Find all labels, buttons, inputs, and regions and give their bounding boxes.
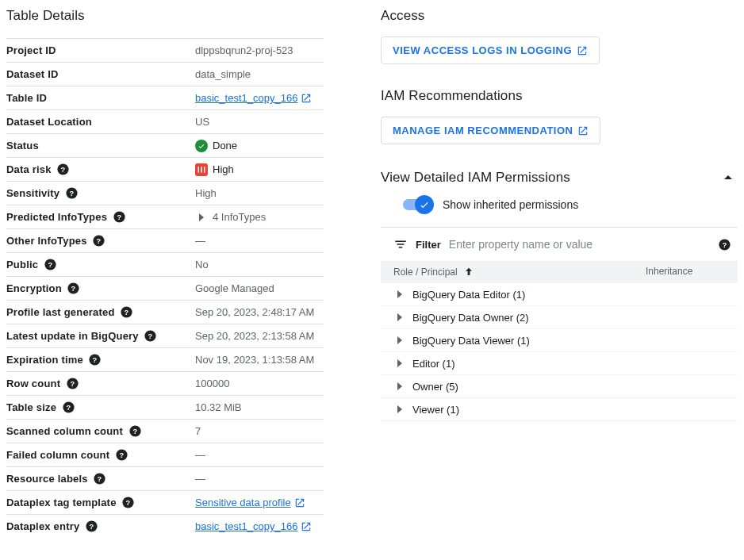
- detail-label-text: Public: [6, 259, 38, 270]
- expand-triangle-icon[interactable]: [195, 211, 208, 224]
- svg-rect-2: [198, 167, 200, 173]
- col-role-label: Role / Principal: [393, 267, 458, 278]
- svg-text:?: ?: [61, 166, 66, 174]
- detail-value-text: Google Managed: [195, 282, 274, 294]
- help-icon[interactable]: ?: [88, 353, 102, 367]
- expand-triangle-icon[interactable]: [393, 288, 406, 301]
- view-access-logs-button[interactable]: VIEW ACCESS LOGS IN LOGGING: [381, 36, 600, 64]
- role-row[interactable]: BigQuery Data Editor (1): [381, 283, 738, 306]
- svg-text:?: ?: [117, 213, 121, 221]
- svg-text:?: ?: [93, 356, 98, 364]
- detail-row: Sensitivity?High: [6, 181, 324, 205]
- external-link-icon: [577, 125, 589, 136]
- detail-row: Dataset IDdata_simple: [6, 62, 324, 86]
- svg-rect-3: [201, 167, 202, 173]
- svg-text:?: ?: [90, 523, 94, 531]
- help-icon[interactable]: ?: [61, 401, 75, 415]
- detail-row: Dataplex tag template?Sensitive data pro…: [6, 490, 324, 514]
- detail-row: Profile last generated?Sep 20, 2023, 2:4…: [6, 300, 324, 324]
- iam-permissions-heading: View Detailed IAM Permissions: [381, 170, 570, 186]
- expand-triangle-icon[interactable]: [393, 380, 406, 393]
- detail-empty: —: [195, 235, 205, 247]
- help-icon[interactable]: ?: [43, 258, 57, 272]
- detail-link[interactable]: basic_test1_copy_166: [195, 520, 312, 532]
- show-inherited-label: Show inherited permissions: [443, 198, 578, 211]
- detail-value-text: Sep 20, 2023, 2:48:17 AM: [195, 306, 314, 318]
- detail-row: Table IDbasic_test1_copy_166: [6, 86, 324, 109]
- role-row[interactable]: Owner (5): [381, 375, 738, 398]
- chevron-up-icon[interactable]: [719, 168, 738, 187]
- detail-label-text: Sensitivity: [6, 187, 59, 199]
- detail-empty: —: [195, 473, 205, 485]
- iam-recommendations-heading: IAM Recommendations: [381, 88, 738, 104]
- check-circle-icon: [195, 140, 208, 152]
- svg-text:?: ?: [126, 499, 131, 507]
- role-name: Editor (1): [412, 358, 454, 370]
- sort-arrow-up-icon[interactable]: [462, 266, 475, 278]
- help-icon[interactable]: ?: [717, 237, 731, 251]
- detail-label-text: Dataset Location: [6, 116, 92, 128]
- detail-row: Data risk?High: [6, 157, 324, 181]
- detail-value-text: Sep 20, 2023, 2:13:58 AM: [195, 330, 314, 342]
- detail-link[interactable]: Sensitive data profile: [195, 497, 305, 508]
- expand-triangle-icon[interactable]: [393, 311, 406, 324]
- svg-text:?: ?: [71, 285, 76, 293]
- help-icon[interactable]: ?: [144, 329, 158, 343]
- expand-triangle-icon[interactable]: [393, 357, 406, 370]
- detail-label-text: Table ID: [6, 92, 47, 104]
- help-icon[interactable]: ?: [121, 496, 136, 510]
- detail-row: Predicted InfoTypes?4 InfoTypes: [6, 205, 324, 228]
- detail-value-text: No: [195, 259, 209, 270]
- toggle-thumb: [415, 195, 434, 214]
- detail-row: Expiration time?Nov 19, 2023, 1:13:58 AM: [6, 347, 324, 371]
- detail-label-text: Scanned column count: [6, 425, 123, 437]
- role-name: Owner (5): [412, 381, 458, 393]
- filter-label: Filter: [416, 239, 441, 251]
- role-row[interactable]: Editor (1): [381, 352, 738, 375]
- manage-iam-recommendation-button[interactable]: MANAGE IAM RECOMMENDATION: [381, 117, 600, 144]
- detail-label-text: Data risk: [6, 163, 52, 175]
- detail-value-text: High: [195, 187, 217, 199]
- help-icon[interactable]: ?: [92, 234, 106, 248]
- external-link-icon: [577, 45, 588, 56]
- help-icon[interactable]: ?: [128, 424, 142, 439]
- detail-row: Row count?100000: [6, 371, 324, 395]
- help-icon[interactable]: ?: [64, 186, 79, 201]
- risk-high-icon: [195, 163, 208, 176]
- detail-row: Latest update in BigQuery?Sep 20, 2023, …: [6, 324, 324, 347]
- role-row[interactable]: BigQuery Data Viewer (1): [381, 329, 738, 352]
- svg-text:?: ?: [125, 309, 129, 316]
- access-heading: Access: [381, 8, 738, 24]
- detail-label-text: Other InfoTypes: [6, 235, 87, 247]
- detail-label-text: Failed column count: [6, 449, 109, 461]
- detail-link[interactable]: basic_test1_copy_166: [195, 92, 312, 104]
- detail-value-text: data_simple: [195, 68, 251, 80]
- detail-label-text: Expiration time: [6, 354, 83, 366]
- svg-text:?: ?: [722, 241, 727, 249]
- help-icon[interactable]: ?: [114, 448, 128, 462]
- help-icon[interactable]: ?: [67, 282, 81, 296]
- expand-triangle-icon[interactable]: [393, 403, 406, 416]
- show-inherited-toggle[interactable]: [403, 199, 431, 210]
- detail-value-text: Done: [213, 140, 237, 152]
- svg-rect-4: [204, 167, 205, 173]
- col-inheritance-label: Inheritance: [646, 266, 725, 278]
- detail-value-text: 10.32 MiB: [195, 401, 242, 413]
- help-icon[interactable]: ?: [93, 472, 107, 486]
- help-icon[interactable]: ?: [84, 520, 98, 534]
- help-icon[interactable]: ?: [65, 377, 79, 391]
- help-icon[interactable]: ?: [56, 163, 71, 177]
- help-icon[interactable]: ?: [112, 210, 126, 224]
- role-row[interactable]: BigQuery Data Owner (2): [381, 306, 738, 329]
- detail-label-text: Profile last generated: [6, 306, 115, 318]
- detail-row: Scanned column count?7: [6, 419, 324, 443]
- role-row[interactable]: Viewer (1): [381, 398, 738, 421]
- filter-input[interactable]: [449, 238, 709, 251]
- detail-label-text: Project ID: [6, 44, 56, 56]
- detail-row: Dataplex entry?basic_test1_copy_166: [6, 514, 324, 538]
- svg-text:?: ?: [148, 332, 153, 340]
- help-icon[interactable]: ?: [120, 305, 134, 320]
- expand-triangle-icon[interactable]: [393, 334, 406, 347]
- detail-label-text: Status: [6, 140, 39, 152]
- svg-text:?: ?: [132, 428, 137, 435]
